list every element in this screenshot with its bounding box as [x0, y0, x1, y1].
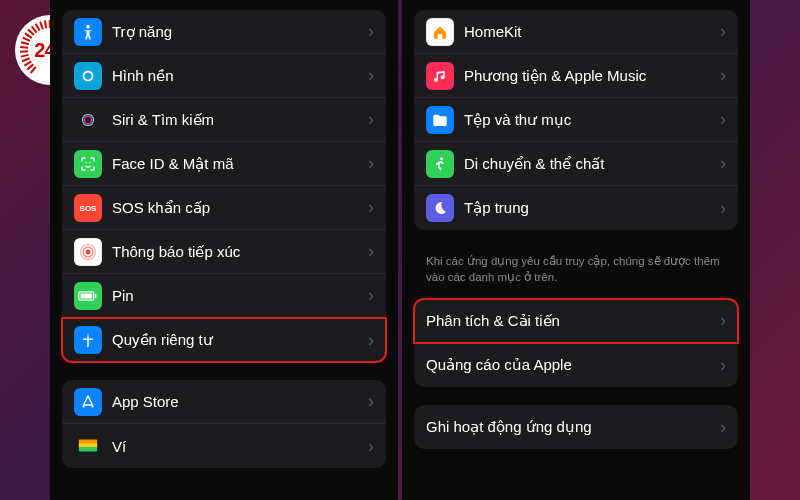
focus-icon [426, 194, 454, 222]
battery-icon [74, 282, 102, 310]
row-label: HomeKit [464, 23, 714, 40]
settings-row[interactable]: Phân tích & Cải tiến› [414, 299, 738, 343]
chevron-right-icon: › [720, 355, 726, 376]
settings-row[interactable]: Trợ năng› [62, 10, 386, 54]
settings-row[interactable]: Ghi hoạt động ứng dụng› [414, 405, 738, 449]
svg-point-19 [440, 157, 443, 160]
chevron-right-icon: › [368, 65, 374, 86]
wallet-icon [74, 432, 102, 460]
chevron-right-icon: › [368, 21, 374, 42]
appstore-icon [74, 388, 102, 416]
screenshots-stage: Trợ năng›Hình nền›Siri & Tìm kiếm›Face I… [50, 0, 750, 500]
privacy-group-3: Ghi hoạt động ứng dụng› [414, 405, 738, 449]
chevron-right-icon: › [720, 21, 726, 42]
chevron-right-icon: › [720, 417, 726, 438]
settings-row[interactable]: Siri & Tìm kiếm› [62, 98, 386, 142]
svg-point-14 [82, 405, 84, 407]
sos-icon: SOS [74, 194, 102, 222]
svg-point-6 [90, 161, 92, 163]
svg-text:SOS: SOS [80, 204, 98, 213]
settings-row[interactable]: Hình nền› [62, 54, 386, 98]
row-label: SOS khẩn cấp [112, 199, 362, 217]
chevron-right-icon: › [720, 153, 726, 174]
chevron-right-icon: › [368, 436, 374, 457]
phone-right: HomeKit›Phương tiện & Apple Music›Tệp và… [402, 0, 750, 500]
settings-row[interactable]: Face ID & Mật mã› [62, 142, 386, 186]
svg-rect-12 [81, 293, 93, 298]
row-label: Face ID & Mật mã [112, 155, 362, 173]
phone-left: Trợ năng›Hình nền›Siri & Tìm kiếm›Face I… [50, 0, 398, 500]
chevron-right-icon: › [368, 285, 374, 306]
row-label: Trợ năng [112, 23, 362, 41]
svg-rect-18 [79, 447, 97, 452]
row-label: App Store [112, 393, 362, 410]
chevron-right-icon: › [720, 109, 726, 130]
chevron-right-icon: › [368, 197, 374, 218]
settings-row[interactable]: Tập trung› [414, 186, 738, 230]
row-label: Phân tích & Cải tiến [426, 312, 714, 330]
svg-point-5 [85, 161, 87, 163]
settings-row[interactable]: Ví› [62, 424, 386, 468]
chevron-right-icon: › [720, 65, 726, 86]
home-icon [426, 18, 454, 46]
accessibility-icon [74, 18, 102, 46]
files-icon [426, 106, 454, 134]
privacy-group-2: Phân tích & Cải tiến›Quảng cáo của Apple… [414, 299, 738, 387]
row-label: Phương tiện & Apple Music [464, 67, 714, 85]
row-label: Siri & Tìm kiếm [112, 111, 362, 129]
chevron-right-icon: › [720, 310, 726, 331]
row-label: Thông báo tiếp xúc [112, 243, 362, 261]
motion-icon [426, 150, 454, 178]
row-label: Quảng cáo của Apple [426, 356, 714, 374]
row-label: Tập trung [464, 199, 714, 217]
chevron-right-icon: › [368, 153, 374, 174]
svg-point-15 [91, 405, 93, 407]
chevron-right-icon: › [368, 330, 374, 351]
faceid-icon [74, 150, 102, 178]
row-label: Di chuyển & thể chất [464, 155, 714, 173]
row-label: Tệp và thư mục [464, 111, 714, 129]
svg-point-0 [86, 25, 89, 28]
chevron-right-icon: › [368, 391, 374, 412]
settings-row[interactable]: HomeKit› [414, 10, 738, 54]
siri-icon [74, 106, 102, 134]
settings-row[interactable]: Quyền riêng tư› [62, 318, 386, 362]
privacy-icon [74, 326, 102, 354]
row-label: Pin [112, 287, 362, 304]
settings-row[interactable]: Tệp và thư mục› [414, 98, 738, 142]
chevron-right-icon: › [368, 109, 374, 130]
row-label: Ví [112, 438, 362, 455]
settings-row[interactable]: Phương tiện & Apple Music› [414, 54, 738, 98]
wallpaper-icon [74, 62, 102, 90]
settings-row[interactable]: SOSSOS khẩn cấp› [62, 186, 386, 230]
settings-row[interactable]: Quảng cáo của Apple› [414, 343, 738, 387]
row-label: Ghi hoạt động ứng dụng [426, 418, 714, 436]
svg-point-8 [86, 249, 91, 254]
row-label: Hình nền [112, 67, 362, 85]
exposure-icon [74, 238, 102, 266]
settings-row[interactable]: App Store› [62, 380, 386, 424]
settings-group-1: Trợ năng›Hình nền›Siri & Tìm kiếm›Face I… [62, 10, 386, 362]
privacy-group-1: HomeKit›Phương tiện & Apple Music›Tệp và… [414, 10, 738, 230]
chevron-right-icon: › [368, 241, 374, 262]
settings-row[interactable]: Thông báo tiếp xúc› [62, 230, 386, 274]
music-icon [426, 62, 454, 90]
chevron-right-icon: › [720, 198, 726, 219]
settings-row[interactable]: Pin› [62, 274, 386, 318]
svg-rect-13 [95, 294, 97, 297]
settings-group-2: App Store›Ví› [62, 380, 386, 468]
settings-row[interactable]: Di chuyển & thể chất› [414, 142, 738, 186]
privacy-footer-text: Khi các ứng dụng yêu cầu truy cập, chúng… [402, 248, 750, 299]
row-label: Quyền riêng tư [112, 331, 362, 349]
